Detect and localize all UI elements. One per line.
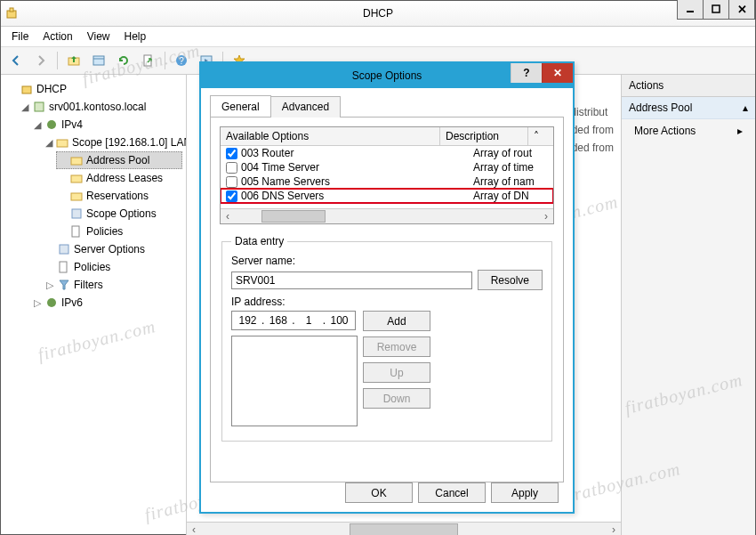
tree-reservations[interactable]: Reservations: [56, 187, 182, 205]
tree-filters[interactable]: ▷Filters: [44, 276, 182, 294]
ip-octet-3[interactable]: 1: [297, 314, 321, 327]
ok-button[interactable]: OK: [345, 482, 413, 503]
dialog-titlebar: Scope Options ? ✕: [201, 63, 573, 88]
window-title: DHCP: [363, 7, 393, 20]
option-check-003[interactable]: [226, 148, 237, 159]
tree-scope[interactable]: ◢Scope [192.168.1.0] LAN: [44, 134, 182, 151]
cancel-button[interactable]: Cancel: [418, 482, 486, 503]
menu-action[interactable]: Action: [37, 28, 77, 45]
app-icon: [1, 6, 22, 20]
option-check-005[interactable]: [226, 176, 237, 188]
tree-server-label: srv001.kontoso.local: [49, 99, 146, 115]
tree-address-pool-label: Address Pool: [86, 152, 149, 168]
back-button[interactable]: [4, 49, 28, 72]
tree-server-options-label: Server Options: [74, 241, 145, 257]
option-check-004[interactable]: [226, 162, 237, 174]
svg-rect-17: [71, 193, 82, 200]
actions-pane: Actions Address Pool ▴ More Actions ▸: [622, 75, 755, 535]
option-row-003[interactable]: 003 RouterArray of rout: [221, 146, 553, 160]
ip-octet-2[interactable]: 168: [266, 314, 290, 327]
svg-text:?: ?: [179, 56, 184, 66]
col-scroll-up[interactable]: ˄: [528, 127, 553, 145]
svg-rect-5: [93, 56, 104, 65]
content-hscroll[interactable]: ‹›: [187, 522, 621, 535]
export-icon[interactable]: [137, 49, 160, 72]
tree-server[interactable]: ◢srv001.kontoso.local: [19, 98, 182, 116]
actions-header: Actions: [622, 75, 755, 97]
svg-rect-18: [72, 209, 81, 218]
tree-address-leases[interactable]: Address Leases: [56, 169, 182, 187]
forward-button[interactable]: [29, 49, 52, 72]
tab-general[interactable]: General: [210, 95, 271, 117]
menu-file[interactable]: File: [6, 28, 34, 45]
actions-section[interactable]: Address Pool ▴: [622, 97, 755, 119]
resolve-button[interactable]: Resolve: [478, 270, 543, 290]
tree-address-leases-label: Address Leases: [86, 170, 163, 186]
server-name-input[interactable]: [231, 272, 472, 289]
svg-rect-16: [71, 175, 82, 182]
ip-address-input[interactable]: 192. 168. 1. 100: [231, 311, 356, 330]
down-button[interactable]: Down: [363, 388, 430, 409]
svg-point-13: [47, 120, 56, 129]
option-desc: Array of rout: [473, 147, 550, 159]
tree-ipv4[interactable]: ◢IPv4: [31, 116, 182, 134]
data-entry-group: Data entry Server name: Resolve IP addre…: [221, 235, 552, 442]
remove-button[interactable]: Remove: [363, 336, 430, 357]
refresh-icon[interactable]: [112, 49, 135, 72]
option-label: 004 Time Server: [241, 161, 473, 174]
tree-address-pool[interactable]: Address Pool: [56, 151, 182, 169]
dialog-title: Scope Options: [352, 69, 422, 82]
minimize-button[interactable]: [677, 0, 704, 20]
server-name-label: Server name:: [231, 255, 543, 267]
menu-help[interactable]: Help: [119, 28, 152, 45]
tab-advanced[interactable]: Advanced: [270, 96, 341, 118]
svg-rect-1: [10, 8, 13, 12]
option-label: 003 Router: [241, 147, 473, 159]
dialog-help-button[interactable]: ?: [511, 63, 542, 83]
folder-up-icon[interactable]: [62, 49, 85, 72]
properties-icon[interactable]: [87, 49, 110, 72]
svg-rect-14: [57, 140, 68, 147]
actions-more[interactable]: More Actions ▸: [622, 119, 755, 142]
ip-octet-4[interactable]: 100: [327, 314, 351, 327]
tree-root[interactable]: DHCP: [6, 80, 182, 98]
apply-button[interactable]: Apply: [491, 482, 559, 503]
option-row-005[interactable]: 005 Name ServersArray of nam: [221, 174, 553, 189]
ip-address-label: IP address:: [231, 296, 543, 308]
option-row-004[interactable]: 004 Time ServerArray of time: [221, 160, 553, 174]
option-desc: Array of nam: [473, 175, 550, 188]
tree-policies-label: Policies: [86, 223, 123, 239]
help-icon[interactable]: ?: [170, 49, 193, 72]
col-description[interactable]: Description: [440, 127, 528, 145]
option-label: 006 DNS Servers: [241, 190, 473, 202]
maximize-button[interactable]: [703, 0, 729, 20]
tree-policies2-label: Policies: [74, 259, 110, 275]
close-button[interactable]: ✕: [728, 0, 755, 20]
up-button[interactable]: Up: [363, 362, 430, 383]
list-hscroll[interactable]: ‹›: [221, 208, 553, 223]
tree-policies-2[interactable]: Policies: [44, 258, 182, 276]
option-label: 005 Name Servers: [241, 175, 473, 188]
tree-root-label: DHCP: [36, 81, 67, 97]
tree-scope-options[interactable]: Scope Options: [56, 205, 182, 223]
option-row-006[interactable]: 006 DNS ServersArray of DN: [221, 189, 553, 203]
tree-policies[interactable]: Policies: [56, 223, 182, 240]
tree-server-options[interactable]: Server Options: [44, 240, 182, 258]
svg-rect-21: [60, 262, 67, 272]
ip-list[interactable]: [231, 336, 358, 426]
tree-ipv6[interactable]: ▷IPv6: [31, 294, 182, 312]
svg-rect-3: [712, 5, 720, 12]
tree-ipv4-label: IPv4: [61, 117, 83, 133]
nav-tree[interactable]: DHCP ◢srv001.kontoso.local ◢IPv4 ◢Scope …: [1, 75, 187, 535]
svg-rect-11: [22, 86, 31, 93]
col-available-options[interactable]: Available Options: [221, 127, 440, 145]
menu-view[interactable]: View: [82, 28, 116, 45]
svg-rect-15: [71, 158, 82, 165]
dialog-close-button[interactable]: ✕: [542, 63, 573, 83]
option-check-006[interactable]: [226, 190, 237, 202]
add-button[interactable]: Add: [363, 311, 430, 331]
ip-octet-1[interactable]: 192: [236, 314, 260, 327]
dialog-tabs: General Advanced: [210, 95, 564, 118]
tree-reservations-label: Reservations: [86, 188, 149, 204]
options-list[interactable]: Available Options Description ˄ 003 Rout…: [220, 126, 554, 224]
